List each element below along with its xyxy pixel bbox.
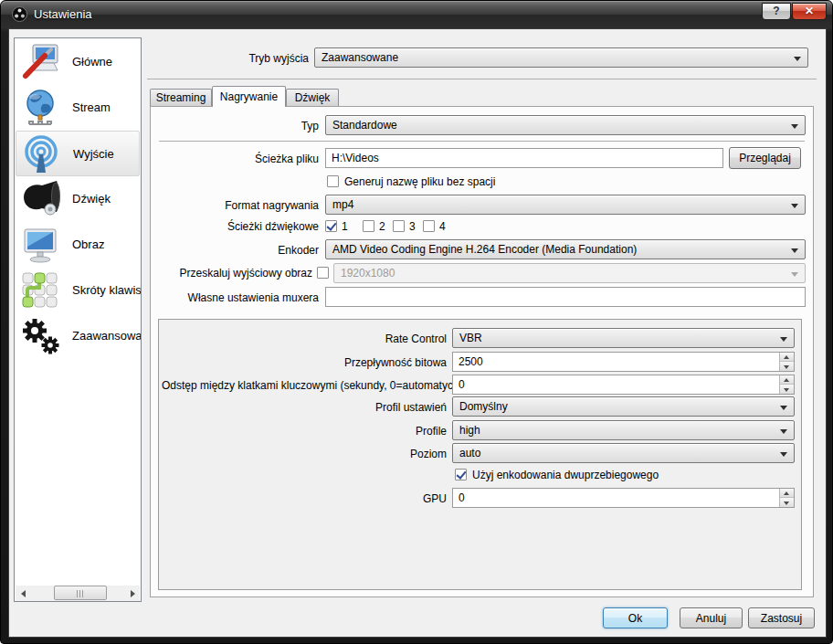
- rescale-label: Przeskaluj wyjściowy obraz: [138, 267, 312, 280]
- muxer-input[interactable]: [325, 287, 806, 307]
- no-space-checkbox[interactable]: [327, 175, 339, 187]
- scroll-right-arrow[interactable]: [124, 586, 140, 601]
- track-4-label: 4: [439, 220, 446, 233]
- chevron-down-icon: [780, 452, 787, 457]
- sidebar-item-skroty[interactable]: Skróty klawisz: [16, 268, 140, 313]
- gpu-input[interactable]: [453, 489, 778, 507]
- rate-control-label: Rate Control: [162, 333, 447, 345]
- titlebar[interactable]: Ustawienia ? ✕: [1, 1, 832, 28]
- combo-value: 1920x1080: [341, 267, 395, 280]
- chevron-down-icon: [791, 248, 798, 253]
- type-combobox[interactable]: Standardowe: [325, 115, 806, 135]
- tab-nagrywanie[interactable]: Nagrywanie: [212, 86, 286, 107]
- spin-down-button[interactable]: [780, 385, 794, 394]
- keyint-label: Odstęp między klatkami kluczowymi (sekun…: [162, 379, 447, 392]
- bitrate-input[interactable]: [453, 353, 778, 371]
- speaker-icon: [20, 179, 60, 219]
- spin-up-button[interactable]: [780, 489, 794, 498]
- window-title: Ustawienia: [34, 7, 92, 21]
- gpu-spinbox[interactable]: [452, 488, 795, 508]
- sidebar-item-zaawansowane[interactable]: Zaawansowan: [16, 313, 140, 359]
- sidebar-horizontal-scrollbar[interactable]: [16, 586, 140, 601]
- no-space-label: Generuj nazwę pliku bez spacji: [344, 175, 495, 188]
- two-pass-checkbox[interactable]: [455, 469, 467, 480]
- track-2-checkbox[interactable]: [363, 220, 374, 232]
- gpu-label: GPU: [162, 492, 447, 505]
- track-2-label: 2: [379, 220, 385, 233]
- settings-category-list: Główne Stream Wyjście: [14, 37, 142, 602]
- preset-combobox[interactable]: Domyślny: [452, 396, 795, 417]
- type-separator: [159, 141, 805, 142]
- encoder-label: Enkoder: [165, 244, 319, 257]
- rate-control-combobox[interactable]: VBR: [452, 328, 795, 348]
- chevron-down-icon: [791, 204, 798, 208]
- format-label: Format nagrywania: [165, 199, 319, 212]
- spin-down-button[interactable]: [780, 498, 794, 507]
- profile-combobox[interactable]: high: [452, 420, 795, 440]
- track-3-label: 3: [409, 220, 416, 233]
- sidebar-item-label: Stream: [72, 100, 111, 114]
- keyint-spinbox[interactable]: [452, 375, 795, 395]
- chevron-down-icon: [794, 57, 801, 61]
- globe-icon: [20, 88, 60, 128]
- encoder-combobox[interactable]: AMD Video Coding Engine H.264 Encoder (M…: [325, 239, 806, 259]
- track-1-label: 1: [342, 220, 348, 233]
- track-3-checkbox[interactable]: [393, 220, 405, 232]
- broadcast-icon: [21, 134, 61, 174]
- sidebar-item-label: Wyjście: [73, 147, 114, 161]
- sidebar-item-stream[interactable]: Stream: [16, 85, 140, 131]
- keyboard-icon: [20, 270, 60, 311]
- combo-value: VBR: [459, 332, 482, 344]
- cancel-button[interactable]: Anuluj: [680, 607, 743, 628]
- output-mode-combobox[interactable]: Zaawansowane: [314, 48, 808, 68]
- keyint-input[interactable]: [453, 375, 778, 394]
- scroll-left-arrow[interactable]: [16, 586, 31, 601]
- rescale-combobox: 1920x1080: [333, 263, 806, 283]
- browse-button[interactable]: Przeglądaj: [729, 147, 801, 169]
- sidebar-item-wyjscie[interactable]: Wyjście: [16, 131, 140, 176]
- obs-logo-icon: [12, 6, 27, 22]
- type-label: Typ: [165, 120, 319, 132]
- audio-tracks-label: Ścieżki dźwiękowe: [165, 220, 319, 233]
- track-1-checkbox[interactable]: [325, 220, 337, 232]
- combo-value: auto: [459, 447, 480, 459]
- spin-up-button[interactable]: [780, 375, 794, 385]
- format-combobox[interactable]: mp4: [325, 195, 806, 215]
- apply-button[interactable]: Zastosuj: [748, 607, 815, 628]
- level-combobox[interactable]: auto: [452, 443, 795, 463]
- bitrate-spinbox[interactable]: [452, 352, 795, 372]
- sidebar-item-label: Obraz: [72, 238, 104, 251]
- spin-down-button[interactable]: [780, 362, 794, 371]
- sidebar-item-glowne[interactable]: Główne: [16, 39, 140, 85]
- sidebar-item-label: Zaawansowan: [72, 329, 142, 343]
- ok-button[interactable]: Ok: [603, 607, 668, 628]
- output-mode-label: Tryb wyjścia: [165, 52, 309, 65]
- chevron-down-icon: [780, 337, 787, 342]
- chevron-down-icon: [791, 124, 798, 129]
- sidebar-item-dzwiek[interactable]: Dźwięk: [16, 176, 140, 222]
- help-button[interactable]: ?: [762, 3, 791, 20]
- track-4-checkbox[interactable]: [423, 220, 435, 232]
- tab-streaming[interactable]: Streaming: [150, 89, 212, 107]
- chevron-down-icon: [791, 272, 798, 277]
- combo-value: mp4: [332, 198, 353, 211]
- scrollbar-thumb[interactable]: [54, 586, 107, 600]
- bitrate-label: Przepływność bitowa: [162, 356, 447, 369]
- rescale-checkbox[interactable]: [317, 267, 329, 279]
- gears-icon: [20, 316, 60, 356]
- monitor-icon: [20, 225, 60, 265]
- chevron-down-icon: [780, 406, 787, 410]
- sidebar-item-label: Główne: [72, 55, 112, 69]
- close-button[interactable]: ✕: [792, 3, 827, 20]
- sidebar-item-label: Dźwięk: [72, 192, 111, 206]
- settings-dialog: Ustawienia ? ✕ Główne St: [0, 0, 833, 644]
- sidebar-item-obraz[interactable]: Obraz: [16, 222, 140, 268]
- top-separator: [147, 79, 817, 79]
- spin-up-button[interactable]: [780, 353, 794, 362]
- tab-dzwiek[interactable]: Dźwięk: [286, 89, 339, 107]
- file-path-input[interactable]: [325, 148, 723, 168]
- combo-value: Domyślny: [459, 400, 508, 413]
- profile-label: Profile: [162, 425, 447, 438]
- combo-value: Zaawansowane: [322, 51, 398, 64]
- file-path-label: Ścieżka pliku: [165, 153, 319, 165]
